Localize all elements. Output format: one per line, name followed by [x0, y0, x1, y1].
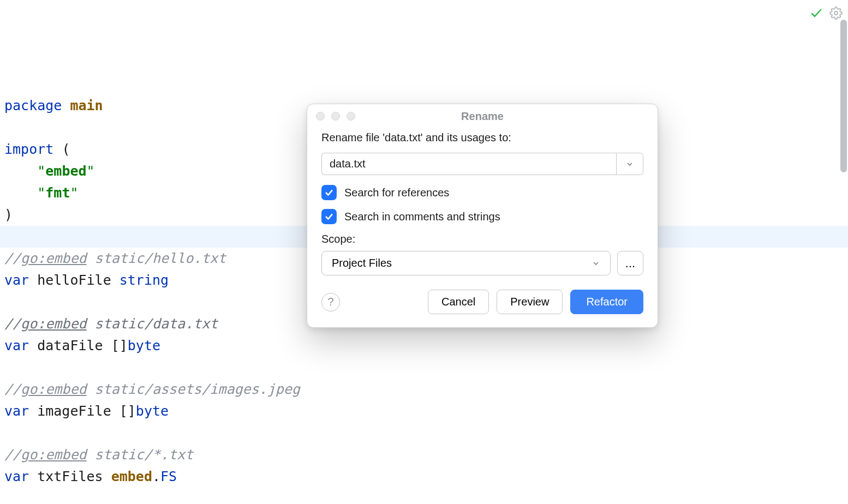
import-fmt: "fmt" — [37, 185, 78, 201]
search-references-checkbox[interactable] — [321, 185, 337, 200]
package-name: main — [70, 98, 103, 113]
search-comments-label: Search in comments and strings — [344, 211, 500, 223]
gear-icon[interactable] — [829, 7, 843, 22]
preview-button[interactable]: Preview — [497, 290, 563, 314]
svg-point-0 — [834, 11, 838, 15]
zoom-window-icon[interactable] — [347, 112, 355, 121]
chevron-down-icon — [592, 259, 600, 268]
scope-browse-button[interactable]: ... — [617, 251, 643, 275]
dialog-title: Rename — [307, 110, 658, 123]
cancel-button[interactable]: Cancel — [428, 290, 489, 314]
scope-value: Project Files — [332, 257, 392, 269]
close-window-icon[interactable] — [316, 112, 325, 121]
embed-directive-1: //go:embed static/hello.txt — [4, 250, 226, 266]
rename-dialog: Rename Rename file 'data.txt' and its us… — [307, 104, 658, 328]
scrollbar-thumb[interactable] — [840, 20, 847, 172]
search-comments-checkbox-row[interactable]: Search in comments and strings — [321, 209, 643, 224]
editor-top-icons — [810, 7, 843, 22]
chevron-down-icon — [625, 160, 634, 169]
search-references-checkbox-row[interactable]: Search for references — [321, 185, 643, 200]
import-embed: "embed" — [37, 163, 94, 179]
search-comments-checkbox[interactable] — [321, 209, 337, 224]
scope-label: Scope: — [321, 233, 643, 245]
keyword-import: import — [4, 141, 53, 157]
embed-directive-2: //go:embed static/data.txt — [4, 316, 218, 332]
embed-directive-3: //go:embed static/assets/images.jpeg — [4, 381, 300, 397]
check-icon — [324, 212, 334, 221]
dialog-titlebar[interactable]: Rename — [307, 104, 658, 126]
embed-directive-4: //go:embed static/*.txt — [4, 447, 193, 463]
rename-prompt: Rename file 'data.txt' and its usages to… — [321, 131, 643, 144]
traffic-lights — [316, 112, 355, 121]
scope-select[interactable]: Project Files — [321, 251, 611, 275]
rename-history-dropdown[interactable] — [616, 153, 643, 175]
help-button[interactable]: ? — [321, 293, 340, 311]
refactor-button[interactable]: Refactor — [570, 290, 643, 314]
keyword-package: package — [4, 98, 62, 113]
check-icon — [324, 188, 334, 197]
search-references-label: Search for references — [344, 187, 449, 199]
rename-input[interactable] — [321, 153, 616, 175]
minimize-window-icon[interactable] — [331, 112, 340, 121]
check-icon[interactable] — [810, 7, 823, 22]
